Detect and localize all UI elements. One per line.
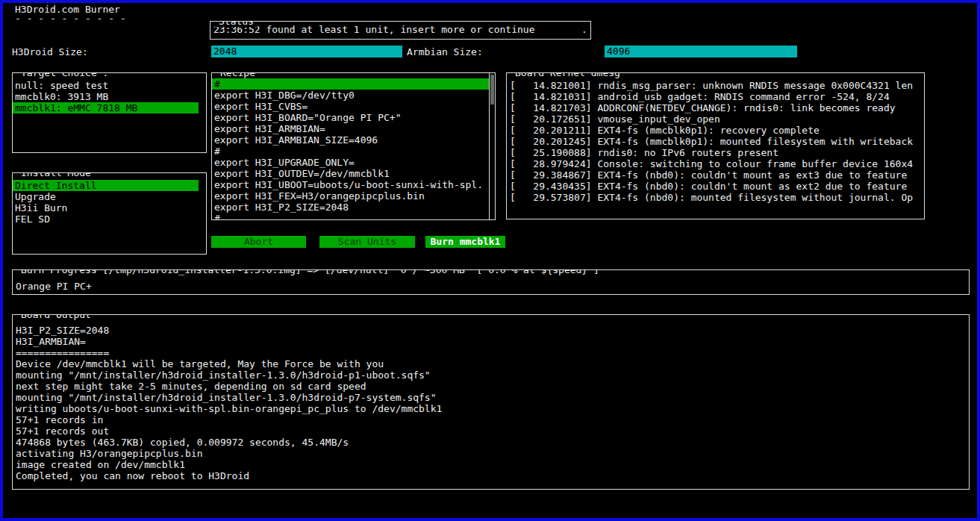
board-output-line: 474868 bytes (463.7KB) copied, 0.009972 … bbox=[13, 437, 969, 448]
board-output-line: Completed, you can now reboot to H3Droid bbox=[13, 470, 969, 481]
board-kernel-dmesg-title: Board Kernel dmesg bbox=[511, 72, 624, 78]
h3droid-size-input[interactable] bbox=[211, 46, 402, 57]
recipe-title: Recipe bbox=[216, 72, 259, 78]
abort-button[interactable]: Abort bbox=[211, 236, 306, 248]
board-kernel-dmesg-box: Board Kernel dmesg [ 14.821001] rndis_ms… bbox=[506, 72, 925, 219]
target-choice-item[interactable]: null: speed test bbox=[13, 80, 199, 91]
board-output-line: next step might take 2-5 minutes, depend… bbox=[13, 381, 969, 392]
dmesg-line: [ 20.172651] vmouse_input_dev_open bbox=[507, 113, 924, 125]
board-output-line: 57+1 records in bbox=[13, 414, 969, 425]
recipe-line[interactable]: export H3I_ARMBIAN_SIZE=4096 bbox=[212, 134, 489, 146]
status-box-title: Status bbox=[215, 21, 258, 27]
target-choice-item[interactable]: mmcblk1: eMMC 7818 MB bbox=[13, 102, 199, 113]
dmesg-line: [ 14.821001] rndis_msg_parser: unknown R… bbox=[507, 80, 924, 91]
board-output-line: mounting "/mnt/installer/h3droid_install… bbox=[13, 392, 969, 403]
dmesg-line: [ 29.573807] EXT4-fs (nbd0): mounted fil… bbox=[507, 192, 924, 203]
board-output-line: writing uboots/u-boot-sunxi-with-spl.bin… bbox=[13, 403, 969, 414]
recipe-line[interactable]: export H3I_P2_SIZE=2048 bbox=[212, 202, 489, 213]
install-mode-item[interactable]: FEL SD bbox=[13, 213, 199, 225]
install-mode-title: Install Mode bbox=[17, 172, 95, 178]
dmesg-log: [ 14.821001] rndis_msg_parser: unknown R… bbox=[507, 73, 924, 203]
dmesg-line: [ 20.201211] EXT4-fs (mmcblk0p1): recove… bbox=[507, 125, 924, 136]
recipe-scrollbar-thumb[interactable] bbox=[490, 75, 494, 104]
armbian-size-label: Armbian Size: bbox=[407, 46, 483, 57]
recipe-line[interactable]: export H3I_FEX=H3/orangepipcplus.bin bbox=[212, 190, 489, 202]
recipe-list: #export H3I_DBG=/dev/tty0export H3I_CVBS… bbox=[212, 73, 489, 220]
recipe-line[interactable]: export H3I_ARMBIAN= bbox=[212, 123, 489, 134]
board-output-line: mounting "/mnt/installer/h3droid_install… bbox=[13, 369, 969, 381]
board-output-line: Device /dev/mmcblk1 will be targeted, Ma… bbox=[13, 358, 969, 369]
target-choice-item[interactable]: mmcblk0: 3913 MB bbox=[13, 91, 199, 102]
recipe-line[interactable]: export H3I_UPGRADE_ONLY= bbox=[212, 157, 489, 168]
dmesg-line: [ 25.190088] rndis0: no IPv6 routers pre… bbox=[507, 147, 924, 158]
dmesg-line: [ 28.979424] Console: switching to colou… bbox=[507, 158, 924, 169]
recipe-line[interactable]: export H3I_CVBS= bbox=[212, 101, 489, 112]
recipe-line[interactable]: export H3I_UBOOT=uboots/u-boot-sunxi-wit… bbox=[212, 179, 489, 190]
board-output-log: H3I_P2_SIZE=2048H3I_ARMBIAN=============… bbox=[13, 315, 969, 481]
status-box: Status 23:36:52 found at least 1 unit, i… bbox=[210, 21, 591, 40]
recipe-line[interactable]: # bbox=[212, 213, 489, 220]
install-mode-item[interactable]: Upgrade bbox=[13, 191, 199, 202]
board-output-line: H3I_ARMBIAN= bbox=[13, 336, 969, 347]
recipe-line[interactable]: export H3I_OUTDEV=/dev/mmcblk1 bbox=[212, 168, 489, 179]
target-choice-box: Target Choice : null: speed testmmcblk0:… bbox=[12, 72, 207, 153]
board-output-line: 57+1 records out bbox=[13, 425, 969, 437]
board-output-line: activating H3/orangepipcplus.bin bbox=[13, 448, 969, 459]
install-mode-item[interactable]: Direct Install bbox=[13, 180, 199, 191]
recipe-scrollbar[interactable] bbox=[489, 73, 495, 219]
dmesg-line: [ 29.430435] EXT4-fs (nbd0): couldn't mo… bbox=[507, 181, 924, 192]
target-choice-list: null: speed testmmcblk0: 3913 MBmmcblk1:… bbox=[13, 73, 206, 113]
dmesg-line: [ 14.821703] ADDRCONF(NETDEV_CHANGE): rn… bbox=[507, 102, 924, 113]
status-text: 23:36:52 found at least 1 unit, insert m… bbox=[210, 22, 590, 37]
app-title-underline: - - - - - - - - - - bbox=[15, 13, 126, 24]
recipe-line[interactable]: export H3I_DBG=/dev/tty0 bbox=[212, 90, 489, 101]
board-output-line: H3I_P2_SIZE=2048 bbox=[13, 325, 969, 336]
dmesg-line: [ 20.201245] EXT4-fs (mmcblk0p1): mounte… bbox=[507, 136, 924, 147]
board-output-line: image created on /dev/mmcblk1 bbox=[13, 459, 969, 470]
armbian-size-input[interactable] bbox=[605, 46, 797, 57]
board-output-box: Board Output H3I_P2_SIZE=2048H3I_ARMBIAN… bbox=[12, 314, 970, 490]
burn-progress-title: Burn Progress [/tmp/h3droid_installer-1.… bbox=[17, 269, 603, 275]
recipe-line[interactable]: # bbox=[212, 146, 489, 157]
install-mode-list: Direct InstallUpgradeH3ii BurnFEL SD bbox=[13, 173, 206, 225]
target-choice-title: Target Choice : bbox=[17, 72, 112, 78]
scan-units-button[interactable]: Scan Units bbox=[319, 236, 415, 248]
h3droid-size-label: H3Droid Size: bbox=[12, 46, 88, 57]
dmesg-line: [ 14.821031] android_usb gadget: RNDIS c… bbox=[507, 91, 924, 102]
recipe-box: Recipe #export H3I_DBG=/dev/tty0export H… bbox=[211, 72, 496, 220]
install-mode-box: Install Mode Direct InstallUpgradeH3ii B… bbox=[12, 172, 207, 255]
app-window: H3Droid.com Burner - - - - - - - - - - S… bbox=[0, 0, 980, 521]
dmesg-line: [ 29.384867] EXT4-fs (nbd0): couldn't mo… bbox=[507, 169, 924, 181]
install-mode-item[interactable]: H3ii Burn bbox=[13, 202, 199, 213]
board-output-line: ================ bbox=[13, 347, 969, 358]
recipe-line[interactable]: export H3I_BOARD="Orange PI PC+" bbox=[212, 112, 489, 123]
burn-progress-box: Burn Progress [/tmp/h3droid_installer-1.… bbox=[12, 269, 970, 295]
board-output-title: Board Output bbox=[17, 314, 95, 320]
recipe-line[interactable]: # bbox=[212, 78, 489, 90]
burn-mmcblk1-button[interactable]: Burn mmcblk1 bbox=[425, 236, 505, 248]
